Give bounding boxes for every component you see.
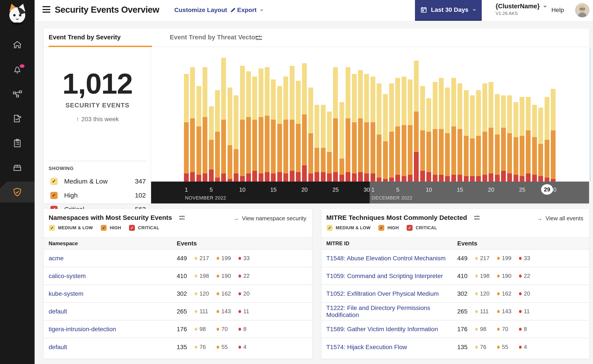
sidebar-item-workloads[interactable] xyxy=(0,157,35,178)
stacked-bar-Nov-28[interactable] xyxy=(352,74,357,182)
stacked-bar-Nov-24[interactable] xyxy=(327,111,332,182)
calico-cat-logo[interactable] xyxy=(6,2,29,26)
stacked-bar-Nov-4[interactable] xyxy=(203,67,207,182)
row-name-link[interactable]: T1222: File and Directory Permissions Mo… xyxy=(326,305,430,318)
sidebar-item-home[interactable] xyxy=(0,34,35,55)
sidebar-item-threat-defense[interactable] xyxy=(0,182,35,202)
stacked-bar-Dec-8[interactable] xyxy=(414,61,419,182)
checkbox-checked-icon[interactable]: ✓ xyxy=(101,225,107,231)
row-name-link[interactable]: kube-system xyxy=(49,290,83,297)
row-name-link[interactable]: default xyxy=(49,344,67,351)
stacked-bar-Nov-26[interactable] xyxy=(340,102,344,182)
row-name-link[interactable]: T1574: Hijack Execution Flow xyxy=(326,344,407,351)
filter-critical[interactable]: ✓CRITICAL xyxy=(129,225,159,231)
stacked-bar-Dec-27[interactable] xyxy=(532,105,537,182)
stacked-bar-Nov-17[interactable] xyxy=(283,77,288,182)
stacked-bar-Nov-18[interactable] xyxy=(290,66,294,182)
stacked-bar-Nov-22[interactable] xyxy=(314,105,319,182)
stacked-bar-Dec-7[interactable] xyxy=(408,79,413,182)
stacked-bar-Nov-29[interactable] xyxy=(358,70,363,182)
stacked-bar-Nov-19[interactable] xyxy=(296,81,301,182)
filter-high[interactable]: ✓HIGH xyxy=(378,225,399,231)
severity-toggle-high[interactable]: ✓High102 xyxy=(50,188,148,202)
stacked-bar-Nov-15[interactable] xyxy=(271,79,276,182)
stacked-bar-Dec-23[interactable] xyxy=(507,95,512,182)
tab-event-trend-by-severity[interactable]: Event Trend by Severity xyxy=(49,34,121,41)
stacked-bar-Dec-21[interactable] xyxy=(495,94,500,182)
stacked-bar-Dec-20[interactable] xyxy=(489,82,493,182)
export-button[interactable]: Export xyxy=(237,6,264,13)
sidebar-item-reports[interactable] xyxy=(0,108,35,129)
severity-toggle-medium[interactable]: ✓Medium & Low347 xyxy=(50,174,148,188)
checkbox-checked-icon[interactable]: ✓ xyxy=(49,225,55,231)
stacked-bar-Dec-12[interactable] xyxy=(439,78,444,182)
checkbox-checked-icon[interactable]: ✓ xyxy=(129,225,135,231)
row-name-link[interactable]: default xyxy=(49,308,67,315)
help-link[interactable]: Help xyxy=(551,6,564,13)
sidebar-item-alerts[interactable] xyxy=(0,59,35,80)
filter-sliders-icon[interactable] xyxy=(255,34,263,42)
filter-critical[interactable]: ✓CRITICAL xyxy=(407,225,437,231)
stacked-bar-Dec-28[interactable] xyxy=(538,108,543,182)
stacked-bar-Dec-14[interactable] xyxy=(451,78,456,182)
stacked-bar-Dec-3[interactable] xyxy=(383,94,388,182)
stacked-bar-Nov-23[interactable] xyxy=(321,105,326,182)
stacked-bar-Nov-9[interactable] xyxy=(234,95,239,182)
view-namespace-security-link[interactable]: →View namespace security xyxy=(233,215,306,222)
row-name-link[interactable]: T1059: Command and Scripting Interpreter xyxy=(326,273,443,279)
stacked-bar-Dec-2[interactable] xyxy=(377,83,381,182)
stacked-bar-Dec-26[interactable] xyxy=(526,97,531,182)
row-name-link[interactable]: calico-system xyxy=(49,273,86,279)
filter-medium[interactable]: ✓MEDIUM & LOW xyxy=(327,225,371,231)
row-name-link[interactable]: T1589: Gather Victim Identity Informatio… xyxy=(326,326,438,332)
stacked-bar-Nov-3[interactable] xyxy=(196,86,201,182)
stacked-bar-Dec-5[interactable] xyxy=(395,78,400,182)
checkbox-checked-icon[interactable]: ✓ xyxy=(327,225,333,231)
stacked-bar-Dec-22[interactable] xyxy=(501,95,506,182)
tab-event-trend-by-threat-vector[interactable]: Event Trend by Threat Vector xyxy=(170,34,258,41)
stacked-bar-Nov-12[interactable] xyxy=(252,77,257,182)
customize-layout-link[interactable]: Customize Layout xyxy=(174,6,236,13)
stacked-bar-Nov-21[interactable] xyxy=(308,87,313,182)
filter-medium[interactable]: ✓MEDIUM & LOW xyxy=(49,225,93,231)
stacked-bar-Dec-17[interactable] xyxy=(470,95,475,182)
checkbox-checked-icon[interactable]: ✓ xyxy=(378,225,384,231)
row-name-link[interactable]: T1548: Abuse Elevation Control Mechanism xyxy=(326,255,446,262)
checkbox-checked-icon[interactable]: ✓ xyxy=(50,192,58,199)
stacked-bar-Nov-2[interactable] xyxy=(190,67,195,182)
filter-sliders-icon[interactable] xyxy=(473,214,481,221)
stacked-bar-Nov-25[interactable] xyxy=(333,67,338,182)
stacked-bar-Nov-8[interactable] xyxy=(227,87,232,182)
row-name-link[interactable]: tigera-intrusion-detection xyxy=(49,326,116,332)
stacked-bar-Dec-19[interactable] xyxy=(482,83,487,182)
stacked-bar-Nov-6[interactable] xyxy=(215,90,220,182)
view-all-events-link[interactable]: →View all events xyxy=(537,215,583,222)
stacked-bar-Dec-10[interactable] xyxy=(426,98,431,182)
checkbox-checked-icon[interactable]: ✓ xyxy=(407,225,413,231)
stacked-bar-Dec-9[interactable] xyxy=(420,86,425,182)
row-name-link[interactable]: acme xyxy=(49,255,64,262)
stacked-bar-Dec-1[interactable] xyxy=(371,77,375,182)
user-avatar[interactable] xyxy=(575,3,589,18)
stacked-bar-Nov-30[interactable] xyxy=(364,74,369,182)
stacked-bar-Dec-6[interactable] xyxy=(402,77,406,182)
stacked-bar-Nov-13[interactable] xyxy=(259,68,263,182)
stacked-bar-Nov-27[interactable] xyxy=(346,67,350,182)
filter-sliders-icon[interactable] xyxy=(178,214,186,221)
stacked-bar-Dec-24[interactable] xyxy=(513,102,518,182)
stacked-bar-Nov-5[interactable] xyxy=(209,106,214,182)
sidebar-item-service-graph[interactable] xyxy=(0,84,35,104)
row-name-link[interactable]: T1052: Exfiltration Over Physical Medium xyxy=(326,290,439,297)
hamburger-menu-button[interactable] xyxy=(42,6,50,13)
checkbox-checked-icon[interactable]: ✓ xyxy=(50,178,58,185)
stacked-bar-Nov-20[interactable] xyxy=(302,63,307,182)
stacked-bar-Dec-11[interactable] xyxy=(433,82,438,182)
date-range-button[interactable]: Last 30 Days xyxy=(415,0,482,21)
stacked-bar-Nov-11[interactable] xyxy=(246,71,251,182)
stacked-bar-Dec-15[interactable] xyxy=(457,83,462,182)
sidebar-item-compliance[interactable] xyxy=(0,133,35,154)
stacked-bar-Dec-29[interactable] xyxy=(545,97,549,182)
stacked-bar-Dec-13[interactable] xyxy=(445,87,450,182)
stacked-bar-Dec-30[interactable] xyxy=(551,89,556,182)
stacked-bar-Dec-4[interactable] xyxy=(389,83,394,182)
